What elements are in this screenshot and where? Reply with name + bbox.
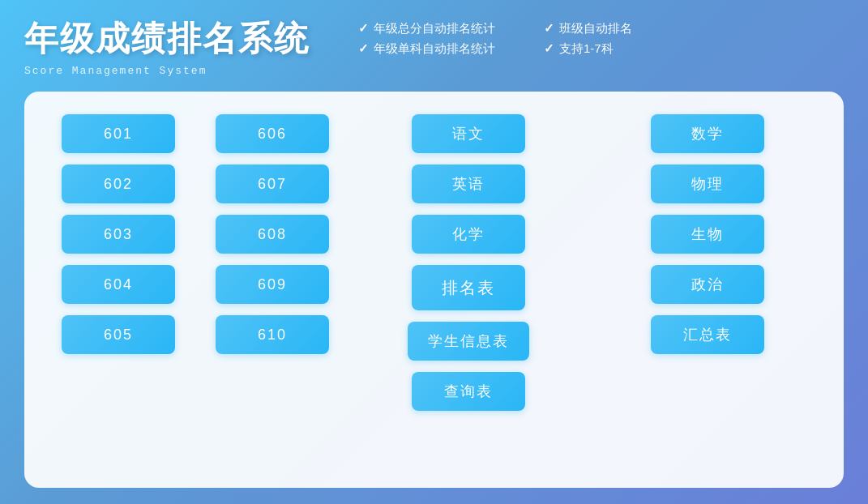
button-col-2: 606607608609610 (207, 114, 337, 465)
btn-col1-0[interactable]: 601 (62, 114, 175, 153)
sub-title: Score Management System (24, 65, 310, 77)
btn-col4-3[interactable]: 政治 (651, 265, 764, 304)
btn-col2-3[interactable]: 609 (216, 265, 329, 304)
features-block: 年级总分自动排名统计 班级自动排名 年级单科自动排名统计 支持1-7科 (358, 21, 632, 62)
btn-col4-4[interactable]: 汇总表 (651, 315, 764, 354)
btn-col4-2[interactable]: 生物 (651, 215, 764, 254)
btn-col2-2[interactable]: 608 (216, 215, 329, 254)
title-block: 年级成绩排名系统 Score Management System (24, 16, 310, 77)
btn-col1-2[interactable]: 603 (62, 215, 175, 254)
btn-col2-4[interactable]: 610 (216, 315, 329, 354)
button-col-4: 数学物理生物政治汇总表 (601, 114, 815, 465)
main-card: 601602603604605606607608609610语文英语化学排名表学… (24, 92, 844, 488)
btn-col3-5[interactable]: 查询表 (412, 372, 525, 411)
btn-col2-0[interactable]: 606 (216, 114, 329, 153)
btn-col4-0[interactable]: 数学 (651, 114, 764, 153)
btn-col2-1[interactable]: 607 (216, 164, 329, 203)
btn-col1-4[interactable]: 605 (62, 315, 175, 354)
main-title: 年级成绩排名系统 (24, 16, 310, 62)
feature-2: 年级单科自动排名统计 (358, 41, 495, 57)
btn-col3-2[interactable]: 化学 (412, 215, 525, 254)
feature-4: 支持1-7科 (544, 41, 614, 57)
button-col-1: 601602603604605 (53, 114, 183, 465)
btn-col3-3[interactable]: 排名表 (412, 265, 525, 310)
features-row-2: 年级单科自动排名统计 支持1-7科 (358, 41, 632, 57)
header: 年级成绩排名系统 Score Management System 年级总分自动排… (24, 16, 844, 77)
feature-3: 班级自动排名 (544, 21, 632, 36)
btn-col4-1[interactable]: 物理 (651, 164, 764, 203)
btn-col3-4[interactable]: 学生信息表 (408, 322, 529, 361)
feature-1: 年级总分自动排名统计 (358, 21, 495, 36)
btn-col1-3[interactable]: 604 (62, 265, 175, 304)
btn-col3-1[interactable]: 英语 (412, 164, 525, 203)
btn-col1-1[interactable]: 602 (62, 164, 175, 203)
button-col-3: 语文英语化学排名表学生信息表查询表 (361, 114, 576, 465)
features-row-1: 年级总分自动排名统计 班级自动排名 (358, 21, 632, 36)
btn-col3-0[interactable]: 语文 (412, 114, 525, 153)
